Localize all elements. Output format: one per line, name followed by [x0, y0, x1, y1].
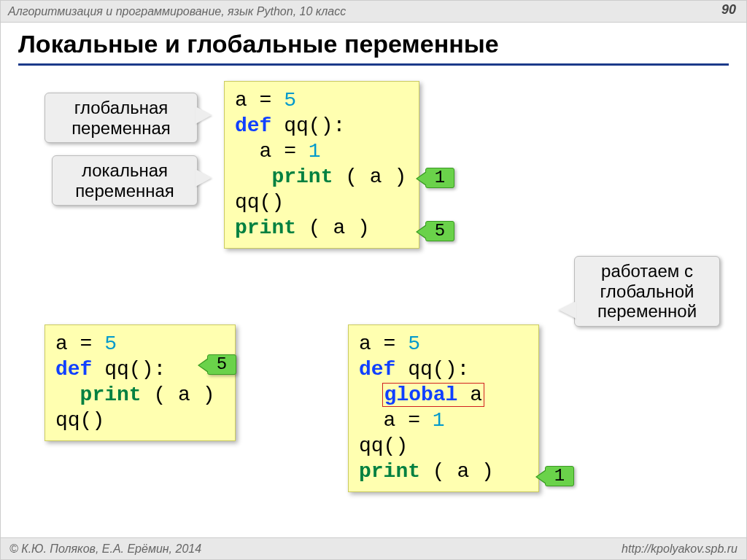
header-bar: Алгоритмизация и программирование, язык …: [1, 1, 746, 23]
slide-title: Локальные и глобальные переменные: [18, 30, 499, 58]
code-line: print ( a ): [359, 459, 528, 484]
code-line: a = 5: [359, 331, 528, 357]
output-flag-5: 5: [425, 221, 454, 241]
callout-line: глобальной: [600, 281, 694, 301]
output-flag-1b: 1: [545, 466, 574, 486]
callout-line: переменная: [75, 181, 174, 201]
page-number: 90: [721, 2, 736, 18]
title-underline: [18, 63, 729, 66]
code-line: global a: [359, 382, 528, 408]
callout-line: переменной: [597, 301, 697, 321]
code-line: qq(): [235, 190, 409, 215]
output-flag-5b: 5: [207, 354, 236, 375]
code-line: def qq():: [235, 113, 409, 139]
code-box-3: a = 5 def qq(): global a a = 1 qq() prin…: [348, 324, 539, 492]
callout-global-variable: глобальная переменная: [44, 93, 198, 143]
code-line: print ( a ): [235, 215, 409, 241]
code-line: a = 1: [235, 139, 409, 164]
callout-global-use: работаем с глобальной переменной: [574, 256, 720, 327]
output-flag-1: 1: [425, 168, 454, 188]
footer-left: © К.Ю. Поляков, Е.А. Ерёмин, 2014: [9, 542, 201, 556]
callout-line: локальная: [82, 160, 168, 180]
header-text: Алгоритмизация и программирование, язык …: [8, 5, 346, 18]
code-line: a = 5: [55, 331, 225, 357]
callout-line: переменная: [71, 118, 171, 138]
code-line: qq(): [55, 408, 225, 433]
code-box-2: a = 5 def qq(): print ( a ) qq(): [44, 324, 236, 441]
code-line: def qq():: [359, 357, 528, 382]
callout-local-variable: локальная переменная: [52, 155, 198, 206]
code-line: a = 1: [359, 408, 528, 433]
code-line: qq(): [359, 433, 528, 459]
callout-line: работаем с: [601, 261, 693, 281]
code-box-1: a = 5 def qq(): a = 1 print ( a ) qq() p…: [224, 81, 419, 249]
footer-bar: © К.Ю. Поляков, Е.А. Ерёмин, 2014 http:/…: [1, 537, 746, 559]
code-line: print ( a ): [55, 382, 225, 408]
footer-right: http://kpolyakov.spb.ru: [622, 542, 738, 556]
code-line: a = 5: [235, 88, 409, 113]
code-line: print ( a ): [235, 164, 409, 190]
callout-line: глобальная: [74, 98, 169, 117]
